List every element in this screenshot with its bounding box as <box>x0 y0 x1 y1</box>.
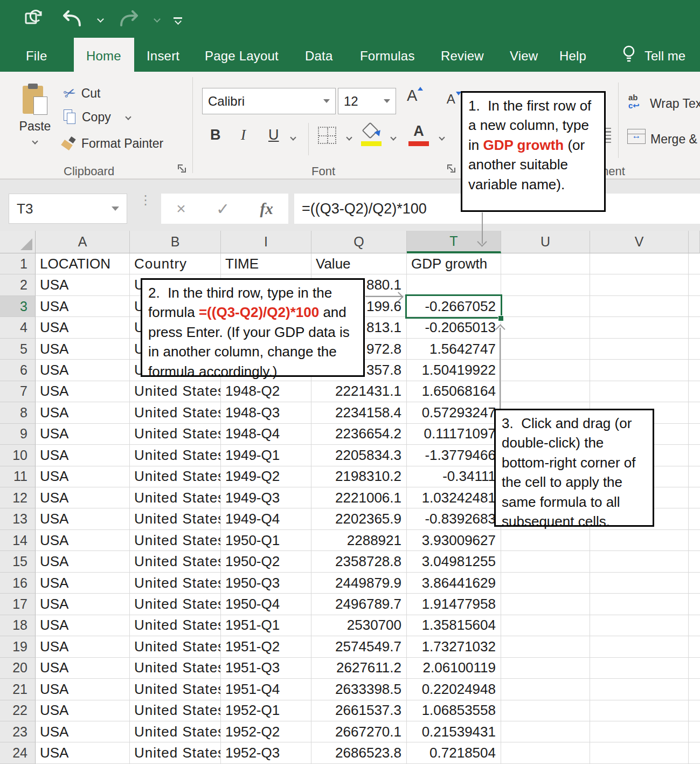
cell-T6[interactable]: 1.50419922 <box>407 360 501 381</box>
cell-Q7[interactable]: 2221431.1 <box>311 381 407 402</box>
cell-B20[interactable]: United States <box>130 658 221 679</box>
cell-V6[interactable] <box>590 360 689 381</box>
cell-B24[interactable]: United States <box>130 742 221 763</box>
cell-V1[interactable] <box>590 253 689 274</box>
cell-T14[interactable]: 3.93009627 <box>407 530 501 551</box>
row-header-14[interactable]: 14 <box>0 530 36 551</box>
cell-B17[interactable]: United States <box>130 594 221 615</box>
cell-X16[interactable] <box>689 573 700 594</box>
cell-V18[interactable] <box>590 615 689 636</box>
cell-U23[interactable] <box>501 721 590 742</box>
cell-U4[interactable] <box>501 317 590 338</box>
borders-dropdown-icon[interactable] <box>346 134 352 140</box>
row-header-16[interactable]: 16 <box>0 573 36 594</box>
copy-dropdown-icon[interactable] <box>125 114 131 120</box>
cell-U7[interactable] <box>501 381 590 402</box>
tab-review[interactable]: Review <box>441 40 484 72</box>
cell-A3[interactable]: USA <box>36 296 130 317</box>
font-dialog-launcher-icon[interactable] <box>447 164 456 173</box>
cell-Q14[interactable]: 2288921 <box>311 530 407 551</box>
cell-I17[interactable]: 1950-Q4 <box>221 594 311 615</box>
cell-A5[interactable]: USA <box>36 339 130 360</box>
cell-B12[interactable]: United States <box>130 487 221 508</box>
cell-Q20[interactable]: 2627611.2 <box>311 658 407 679</box>
font-color-dropdown-icon[interactable] <box>439 134 445 140</box>
cell-I23[interactable]: 1952-Q2 <box>221 721 311 742</box>
cell-T17[interactable]: 1.91477958 <box>407 594 501 615</box>
fill-handle[interactable] <box>498 315 504 321</box>
tab-file[interactable]: File <box>26 40 47 72</box>
cell-I16[interactable]: 1950-Q3 <box>221 573 311 594</box>
cell-A11[interactable]: USA <box>36 466 130 487</box>
fill-color-dropdown-icon[interactable] <box>390 134 396 140</box>
name-box-dropdown-icon[interactable] <box>112 207 119 211</box>
cell-B1[interactable]: Country <box>130 253 221 274</box>
cell-Q11[interactable]: 2198310.2 <box>311 466 407 487</box>
cell-A24[interactable]: USA <box>36 742 130 763</box>
cell-U22[interactable] <box>501 700 590 721</box>
cell-T11[interactable]: -0.34111 <box>407 466 501 487</box>
column-header-I[interactable]: I <box>221 231 311 253</box>
cell-Q9[interactable]: 2236654.2 <box>311 424 407 445</box>
cell-U2[interactable] <box>501 274 590 295</box>
cell-B10[interactable]: United States <box>130 445 221 466</box>
column-header-U[interactable]: U <box>501 231 590 253</box>
cell-Q13[interactable]: 2202365.9 <box>311 508 407 529</box>
insert-function-icon[interactable]: fx <box>260 200 273 218</box>
cell-X9[interactable] <box>689 424 700 445</box>
cell-A18[interactable]: USA <box>36 615 130 636</box>
cell-I1[interactable]: TIME <box>221 253 311 274</box>
clipboard-dialog-launcher-icon[interactable] <box>178 164 186 173</box>
row-header-12[interactable]: 12 <box>0 487 36 508</box>
save-icon[interactable] <box>22 7 46 34</box>
cell-V19[interactable] <box>590 636 689 657</box>
tab-page-layout[interactable]: Page Layout <box>205 40 279 72</box>
row-header-17[interactable]: 17 <box>0 594 36 615</box>
cell-T24[interactable]: 0.7218504 <box>407 742 501 763</box>
borders-icon[interactable] <box>318 127 336 144</box>
cell-I15[interactable]: 1950-Q2 <box>221 551 311 572</box>
cell-U15[interactable] <box>501 551 590 572</box>
cell-V20[interactable] <box>590 658 689 679</box>
row-header-21[interactable]: 21 <box>0 679 36 700</box>
cell-T13[interactable]: -0.8392683 <box>407 508 501 529</box>
cell-Q15[interactable]: 2358728.8 <box>311 551 407 572</box>
cell-X14[interactable] <box>689 530 700 551</box>
row-header-3[interactable]: 3 <box>0 296 36 317</box>
cell-X2[interactable] <box>689 274 700 295</box>
merge-center-button[interactable]: Merge & Center <box>650 132 700 147</box>
cell-A12[interactable]: USA <box>36 487 130 508</box>
cell-I20[interactable]: 1951-Q3 <box>221 658 311 679</box>
cell-U6[interactable] <box>501 360 590 381</box>
cell-A19[interactable]: USA <box>36 636 130 657</box>
cell-X10[interactable] <box>689 445 700 466</box>
cell-B7[interactable]: United States <box>130 381 221 402</box>
cell-Q21[interactable]: 2633398.5 <box>311 679 407 700</box>
cell-U16[interactable] <box>501 573 590 594</box>
cell-B13[interactable]: United States <box>130 508 221 529</box>
cell-Q24[interactable]: 2686523.8 <box>311 742 407 763</box>
cell-A7[interactable]: USA <box>36 381 130 402</box>
cell-T9[interactable]: 0.11171097 <box>407 424 501 445</box>
tab-insert[interactable]: Insert <box>147 40 179 72</box>
cell-X17[interactable] <box>689 594 700 615</box>
cancel-icon[interactable]: × <box>176 199 186 218</box>
cell-I9[interactable]: 1948-Q4 <box>221 424 311 445</box>
format-painter-button[interactable]: Format Painter <box>62 136 163 151</box>
cut-button[interactable]: ✂ Cut <box>64 85 100 102</box>
cell-B8[interactable]: United States <box>130 402 221 423</box>
cell-B15[interactable]: United States <box>130 551 221 572</box>
cell-A21[interactable]: USA <box>36 679 130 700</box>
cell-A1[interactable]: LOCATION <box>36 253 130 274</box>
cell-X18[interactable] <box>689 615 700 636</box>
cell-A13[interactable]: USA <box>36 508 130 529</box>
cell-X24[interactable] <box>689 742 700 763</box>
row-header-5[interactable]: 5 <box>0 339 36 360</box>
cell-I22[interactable]: 1952-Q1 <box>221 700 311 721</box>
undo-dropdown-icon[interactable] <box>97 16 104 23</box>
row-header-9[interactable]: 9 <box>0 424 36 445</box>
column-header-partial[interactable] <box>689 231 700 253</box>
column-header-B[interactable]: B <box>130 231 221 253</box>
column-header-Q[interactable]: Q <box>311 231 407 253</box>
cell-A4[interactable]: USA <box>36 317 130 338</box>
